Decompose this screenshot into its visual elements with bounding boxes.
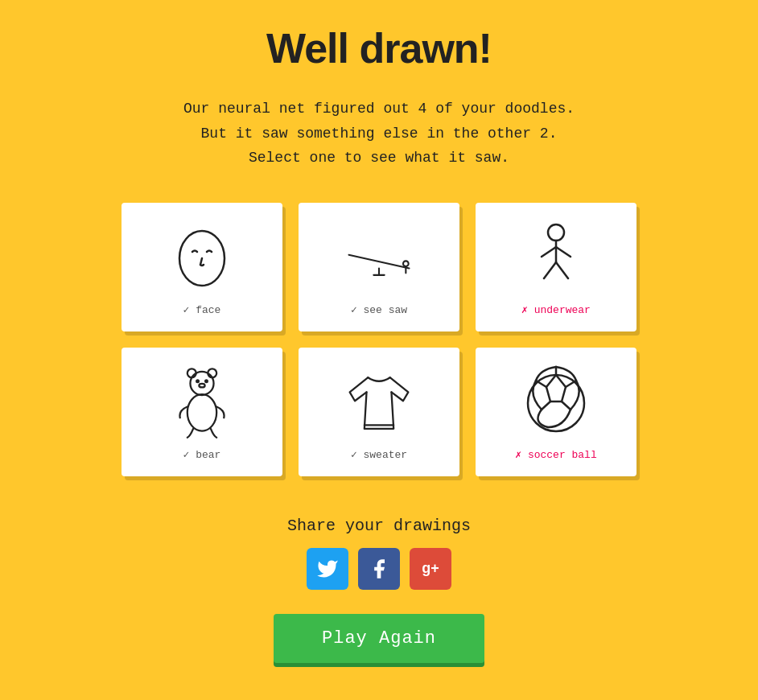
svg-line-21 — [566, 381, 576, 387]
share-google-button[interactable]: g+ — [410, 548, 451, 590]
svg-line-23 — [542, 401, 550, 410]
card-sweater-label: ✓ sweater — [351, 448, 407, 461]
card-underwear-label: ✗ underwear — [521, 303, 591, 316]
page-title: Well drawn! — [266, 24, 492, 72]
card-face-label: ✓ face — [183, 303, 221, 316]
svg-line-10 — [556, 262, 568, 278]
card-underwear[interactable]: ✗ underwear — [476, 203, 636, 331]
card-soccer-ball-label: ✗ soccer ball — [515, 448, 596, 461]
svg-line-2 — [349, 255, 410, 269]
share-twitter-button[interactable] — [307, 548, 348, 590]
svg-line-22 — [562, 401, 571, 410]
card-bear[interactable]: ✓ bear — [122, 348, 282, 476]
card-face[interactable]: ✓ face — [122, 203, 282, 331]
card-bear-label: ✓ bear — [183, 448, 221, 461]
svg-point-16 — [199, 384, 204, 388]
svg-line-9 — [544, 262, 556, 278]
svg-point-5 — [548, 224, 564, 241]
card-soccer-ball[interactable]: ✗ soccer ball — [476, 348, 636, 476]
svg-line-8 — [556, 247, 571, 257]
share-buttons: g+ — [307, 548, 451, 590]
svg-point-17 — [187, 394, 216, 430]
svg-line-24 — [536, 381, 546, 387]
doodles-grid: ✓ face ✓ see saw ✗ underwe — [122, 203, 636, 476]
subtitle: Our neural net figured out 4 of your doo… — [183, 97, 575, 171]
share-facebook-button[interactable] — [358, 548, 400, 590]
play-again-button[interactable]: Play Again — [274, 614, 484, 663]
svg-point-15 — [205, 380, 208, 382]
svg-point-14 — [196, 380, 199, 382]
card-see-saw-label: ✓ see saw — [351, 303, 407, 316]
card-see-saw[interactable]: ✓ see saw — [299, 203, 459, 331]
share-label: Share your drawings — [287, 517, 471, 535]
share-section: Share your drawings g+ — [287, 517, 471, 590]
svg-line-7 — [542, 247, 556, 257]
card-sweater[interactable]: ✓ sweater — [299, 348, 459, 476]
